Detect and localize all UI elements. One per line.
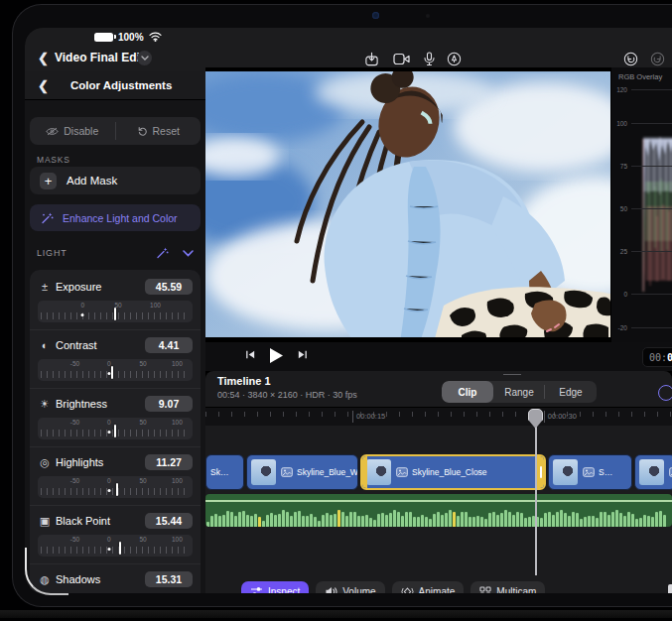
slider-cursor[interactable] xyxy=(114,425,116,437)
trim-handle-left[interactable] xyxy=(362,456,367,488)
audio-track[interactable] xyxy=(205,494,672,527)
slider-value[interactable]: 4.41 xyxy=(145,337,193,353)
waveform-bar xyxy=(461,512,464,527)
waveform-bar xyxy=(512,515,515,527)
video-frame xyxy=(205,67,610,342)
enhance-light-color-button[interactable]: Enhance Light and Color xyxy=(30,204,201,231)
waveform-bar xyxy=(214,514,217,528)
skip-forward-button[interactable] xyxy=(297,349,308,360)
slider-ruler[interactable]: 050100 xyxy=(38,301,193,322)
add-mask-button[interactable]: + Add Mask xyxy=(30,167,201,194)
play-button[interactable] xyxy=(269,347,284,364)
slider-value[interactable]: 9.07 xyxy=(145,396,193,412)
waveform-bar xyxy=(377,514,380,527)
tool-label: Volume xyxy=(342,586,375,593)
timecode-main: 00:27 xyxy=(667,352,672,363)
slider-value[interactable]: 45.59 xyxy=(145,279,193,295)
slider-header: ± Exposure 45.59 xyxy=(38,277,193,297)
video-preview[interactable] xyxy=(205,67,610,342)
playhead-handle[interactable] xyxy=(528,409,543,429)
waveform-bar xyxy=(266,515,269,527)
video-camera-icon xyxy=(393,53,410,65)
panel-back-button[interactable]: ❮ xyxy=(38,78,49,93)
waveform-bar xyxy=(322,515,325,527)
animate-button[interactable]: Animate xyxy=(392,581,465,593)
auto-enhance-icon[interactable] xyxy=(155,246,169,260)
undo-button[interactable] xyxy=(621,50,639,67)
slider-ruler[interactable]: -50050100 xyxy=(38,535,193,557)
waveform-bar xyxy=(270,513,273,527)
project-menu-button[interactable] xyxy=(137,51,152,65)
waveform-bar xyxy=(429,519,432,527)
waveform-bar xyxy=(230,512,233,528)
slider-cursor[interactable] xyxy=(111,366,113,379)
pencil-annotate-button[interactable] xyxy=(445,50,463,67)
timeline-clip-skyline-blue-wide[interactable]: Skyline_Blue_Wide xyxy=(246,454,358,490)
waveform-bar xyxy=(393,510,396,527)
disable-button[interactable]: Disable xyxy=(30,117,115,145)
reset-button[interactable]: Reset xyxy=(116,117,202,145)
brightness-icon: ☀ xyxy=(38,398,52,411)
record-audio-button[interactable] xyxy=(420,50,438,67)
image-icon xyxy=(396,467,408,477)
waveform-bar xyxy=(334,514,336,527)
volume-button[interactable]: Volume xyxy=(316,581,384,593)
slider-value[interactable]: 11.27 xyxy=(145,454,193,470)
wifi-icon xyxy=(149,32,162,42)
slider-value[interactable]: 15.44 xyxy=(145,513,193,529)
record-video-button[interactable] xyxy=(392,50,410,67)
waveform-bar xyxy=(552,515,555,527)
slider-name: Contrast xyxy=(56,339,145,351)
waveform-bar xyxy=(643,515,646,527)
waveform-bar xyxy=(572,512,575,527)
timeline-ruler[interactable]: 00:00:1500:00:30 xyxy=(205,407,672,426)
cutoff-control[interactable] xyxy=(668,584,672,593)
mode-range[interactable]: Range xyxy=(493,381,545,403)
slider-ruler[interactable]: -50050100 xyxy=(38,476,193,498)
slider-header: ▣ Black Point 15.44 xyxy=(38,511,193,531)
import-button[interactable] xyxy=(362,50,380,67)
collapse-section-icon[interactable] xyxy=(183,250,194,257)
scope-title: RGB Overlay xyxy=(618,72,662,81)
timeline-clip-s-[interactable]: S… xyxy=(548,454,632,490)
skip-back-button[interactable] xyxy=(245,349,256,360)
waveform-bar xyxy=(381,513,384,528)
highlights-icon: ◎ xyxy=(38,456,52,469)
back-button[interactable]: ❮ xyxy=(38,51,49,65)
waveform-bar xyxy=(596,518,599,528)
speaker-icon xyxy=(325,586,337,593)
waveform-bar xyxy=(635,519,638,527)
waveform-bar xyxy=(353,512,356,528)
slider-ruler[interactable]: -50050100 xyxy=(38,359,193,381)
timecode-display: 00:00:27:17 xyxy=(642,347,672,367)
waveform-bar xyxy=(286,512,289,528)
import-icon xyxy=(364,52,379,66)
slider-ruler[interactable]: -50050100 xyxy=(38,418,193,439)
shadows-icon: ◍ xyxy=(38,573,52,586)
redo-button[interactable] xyxy=(648,50,666,67)
pencil-circle-icon xyxy=(447,52,462,66)
slider-value[interactable]: 15.31 xyxy=(145,571,193,587)
timer-icon[interactable] xyxy=(658,385,672,401)
slider-cursor[interactable] xyxy=(119,542,121,555)
timeline-clip-skyline-blue-close[interactable]: Skyline_Blue_Close xyxy=(360,454,546,490)
waveform-bar xyxy=(417,517,420,528)
scale-label: 100 xyxy=(172,360,183,367)
mode-edge[interactable]: Edge xyxy=(545,381,597,403)
waveform-bar xyxy=(548,512,551,527)
slider-cursor[interactable] xyxy=(114,308,116,320)
waveform-bar xyxy=(619,513,622,527)
timeline-clip-sk-[interactable]: Sk… xyxy=(205,454,244,490)
timeline-clip[interactable] xyxy=(634,454,672,490)
slider-cursor[interactable] xyxy=(116,483,118,496)
slider-header: ◐ Contrast 4.41 xyxy=(38,335,193,355)
multicam-button[interactable]: Multicam xyxy=(470,581,545,593)
waveform-bar xyxy=(588,516,591,528)
transport-bar: 00:00:27:17 xyxy=(205,342,672,372)
inspect-button[interactable]: Inspect xyxy=(241,581,309,593)
waveform-bar xyxy=(405,512,408,527)
magic-wand-icon xyxy=(40,211,54,225)
contrast-icon: ◐ xyxy=(38,339,52,351)
trim-handle-right[interactable] xyxy=(537,456,544,488)
mode-clip[interactable]: Clip xyxy=(442,381,493,403)
